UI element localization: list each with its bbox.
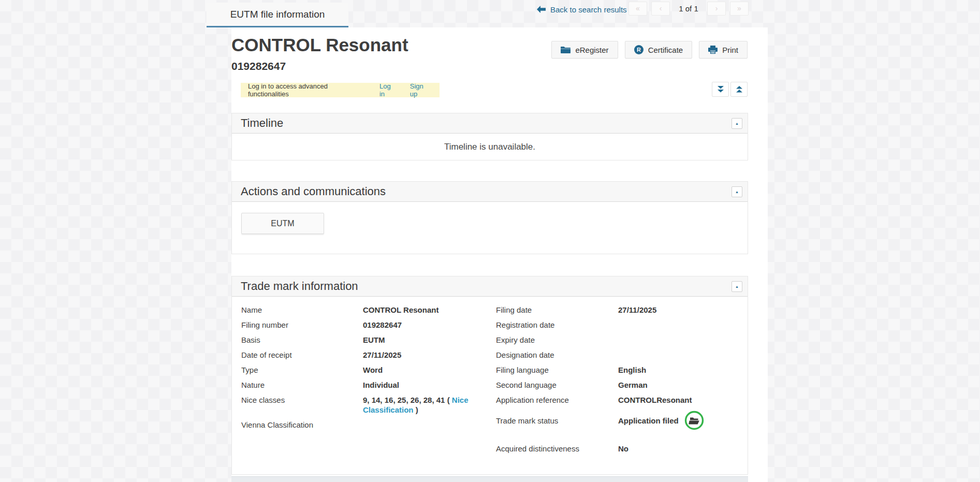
field-value: Application filed bbox=[618, 410, 705, 431]
field-nature: Nature Individual bbox=[241, 380, 496, 390]
certificate-label: Certificate bbox=[648, 46, 683, 54]
field-label: Nice classes bbox=[241, 395, 363, 415]
field-label: Application reference bbox=[496, 395, 618, 405]
actions-section-header: Actions and communications ▲ bbox=[232, 182, 748, 202]
actions-collapse-button[interactable]: ▲ bbox=[732, 186, 742, 197]
field-label: Filing date bbox=[496, 305, 618, 315]
field-value: 9, 14, 16, 25, 26, 28, 41 ( Nice Classif… bbox=[363, 395, 496, 415]
trademark-section-title: Trade mark information bbox=[241, 280, 358, 293]
field-value: CONTROLResonant bbox=[618, 395, 692, 405]
field-label: Filing language bbox=[496, 365, 618, 375]
eutm-subtab-label: EUTM bbox=[271, 219, 294, 228]
field-label: Acquired distinctiveness bbox=[496, 444, 618, 454]
field-filing-language: Filing language English bbox=[496, 365, 748, 375]
actions-communications-section: Actions and communications ▲ EUTM bbox=[231, 181, 748, 254]
trademark-details-right-column: Filing date 27/11/2025 Registration date… bbox=[496, 305, 748, 459]
main-panel: CONTROL Resonant 019282647 eRegister R C… bbox=[231, 27, 768, 482]
field-label: Basis bbox=[241, 335, 363, 345]
actions-section-title: Actions and communications bbox=[241, 185, 386, 198]
log-in-link[interactable]: Log in bbox=[379, 82, 398, 98]
certificate-button[interactable]: R Certificate bbox=[625, 41, 693, 59]
back-arrow-icon bbox=[537, 6, 546, 13]
trademark-collapse-button[interactable]: ▲ bbox=[732, 281, 742, 292]
tab-eutm-file-information[interactable]: EUTM file information bbox=[207, 3, 348, 27]
field-value: CONTROL Resonant bbox=[363, 305, 496, 315]
trademark-details-left-column: Name CONTROL Resonant Filing number 0192… bbox=[241, 305, 496, 459]
field-filing-date: Filing date 27/11/2025 bbox=[496, 305, 748, 315]
field-label: Filing number bbox=[241, 320, 363, 330]
field-value: No bbox=[618, 444, 628, 454]
last-result-button[interactable]: » bbox=[730, 2, 749, 16]
sign-up-link[interactable]: Sign up bbox=[410, 82, 432, 98]
field-label: Nature bbox=[241, 380, 363, 390]
back-link-label: Back to search results bbox=[550, 5, 627, 14]
collapse-all-icon bbox=[736, 86, 743, 93]
page: EUTM file information Back to search res… bbox=[0, 0, 980, 482]
field-value: EUTM bbox=[363, 335, 496, 345]
field-name: Name CONTROL Resonant bbox=[241, 305, 496, 315]
nice-classes-suffix: ) bbox=[416, 405, 418, 414]
field-label: Registration date bbox=[496, 320, 618, 330]
next-result-button[interactable]: › bbox=[707, 2, 726, 16]
back-to-search-results-link[interactable]: Back to search results bbox=[537, 4, 627, 15]
next-section-header-cutoff bbox=[231, 476, 748, 482]
collapse-all-sections-button[interactable] bbox=[730, 82, 748, 97]
field-value: Individual bbox=[363, 380, 496, 390]
field-application-reference: Application reference CONTROLResonant bbox=[496, 395, 748, 405]
collapse-section-icon: ▲ bbox=[735, 190, 739, 194]
tab-label: EUTM file information bbox=[230, 9, 325, 20]
field-nice-classes: Nice classes 9, 14, 16, 25, 26, 28, 41 (… bbox=[241, 395, 496, 415]
folder-icon bbox=[561, 46, 571, 54]
field-value bbox=[363, 420, 496, 430]
collapse-section-icon: ▲ bbox=[735, 285, 739, 288]
eutm-subtab[interactable]: EUTM bbox=[241, 213, 324, 234]
trademark-information-section: Trade mark information ▲ Name CONTROL Re… bbox=[231, 276, 748, 475]
timeline-section: Timeline ▲ Timeline is unavailable. bbox=[231, 113, 748, 160]
field-label: Date of receipt bbox=[241, 350, 363, 360]
eregister-button[interactable]: eRegister bbox=[551, 41, 618, 59]
print-label: Print bbox=[722, 46, 738, 54]
field-designation-date: Designation date bbox=[496, 350, 748, 360]
collapse-section-icon: ▲ bbox=[735, 122, 739, 125]
field-value: 27/11/2025 bbox=[363, 350, 496, 360]
field-trade-mark-status: Trade mark status Application filed bbox=[496, 410, 748, 431]
previous-result-button[interactable]: ‹ bbox=[651, 2, 670, 16]
field-value: English bbox=[618, 365, 646, 375]
login-notice-bar: Log in to access advanced functionalitie… bbox=[241, 83, 440, 97]
field-vienna-classification: Vienna Classification bbox=[241, 420, 496, 430]
field-label: Trade mark status bbox=[496, 416, 618, 426]
field-filing-number: Filing number 019282647 bbox=[241, 320, 496, 330]
timeline-body: Timeline is unavailable. bbox=[232, 134, 748, 160]
timeline-unavailable-message: Timeline is unavailable. bbox=[444, 142, 535, 152]
field-basis: Basis EUTM bbox=[241, 335, 496, 345]
expand-collapse-all-controls bbox=[712, 82, 748, 97]
field-type: Type Word bbox=[241, 365, 496, 375]
timeline-collapse-button[interactable]: ▲ bbox=[732, 118, 742, 129]
expand-all-sections-button[interactable] bbox=[712, 82, 729, 97]
field-label: Second language bbox=[496, 380, 618, 390]
timeline-section-header: Timeline ▲ bbox=[232, 113, 748, 134]
field-date-of-receipt: Date of receipt 27/11/2025 bbox=[241, 350, 496, 360]
svg-text:R: R bbox=[637, 47, 641, 53]
actions-body: EUTM bbox=[232, 202, 748, 254]
eregister-label: eRegister bbox=[575, 46, 608, 54]
trademark-filing-number: 019282647 bbox=[231, 60, 286, 72]
field-label: Expiry date bbox=[496, 335, 618, 345]
trademark-section-header: Trade mark information ▲ bbox=[232, 276, 748, 297]
print-button[interactable]: Print bbox=[699, 41, 748, 59]
nice-classes-numbers: 9, 14, 16, 25, 26, 28, 41 ( bbox=[363, 396, 450, 404]
field-label: Type bbox=[241, 365, 363, 375]
expand-all-icon bbox=[717, 86, 724, 93]
document-action-buttons: eRegister R Certificate Print bbox=[551, 41, 748, 59]
result-pager: « ‹ 1 of 1 › » bbox=[628, 2, 749, 16]
application-filed-folder-icon bbox=[684, 410, 705, 431]
field-value: 019282647 bbox=[363, 320, 496, 330]
field-value: German bbox=[618, 380, 648, 390]
first-result-button[interactable]: « bbox=[628, 2, 647, 16]
trade-mark-status-text: Application filed bbox=[618, 416, 679, 426]
field-expiry-date: Expiry date bbox=[496, 335, 748, 345]
field-value: 27/11/2025 bbox=[618, 305, 656, 315]
field-registration-date: Registration date bbox=[496, 320, 748, 330]
field-label: Designation date bbox=[496, 350, 618, 360]
login-notice-text: Log in to access advanced functionalitie… bbox=[248, 82, 368, 98]
